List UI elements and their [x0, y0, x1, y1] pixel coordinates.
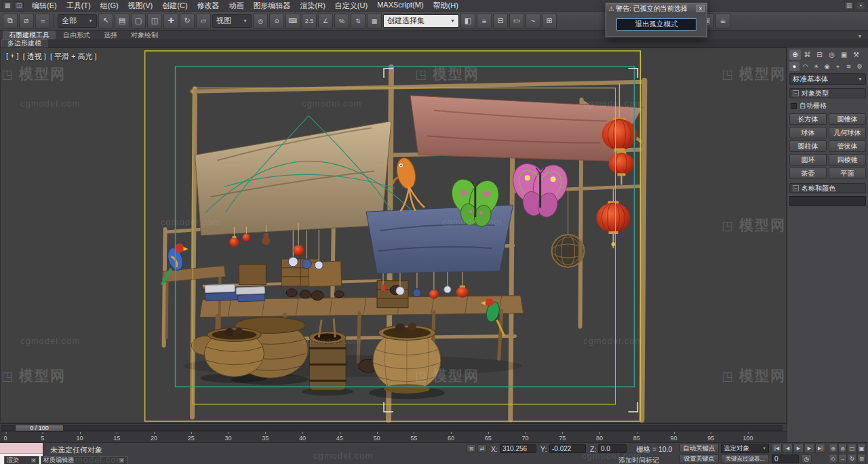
utilities-tab-icon[interactable]: ⚒ [850, 50, 862, 60]
menu-item[interactable]: 自定义(U) [330, 0, 372, 12]
object-name-input[interactable] [789, 196, 866, 206]
go-to-start-button[interactable]: |◀ [772, 444, 782, 453]
object-type-button[interactable]: 长方体 [789, 113, 827, 125]
align-icon[interactable]: ≡ [477, 14, 492, 28]
rectangular-region-icon[interactable]: ▢ [131, 14, 146, 28]
mirror-icon[interactable]: ◧ [460, 14, 475, 28]
object-type-button[interactable]: 球体 [789, 127, 827, 138]
set-key-button[interactable]: 设置关键点 [679, 455, 719, 463]
window-minimize-icon[interactable]: ▪ [856, 1, 865, 10]
name-color-rollout-header[interactable]: − 名称和颜色 [789, 183, 866, 193]
object-type-button[interactable]: 茶壶 [789, 168, 827, 179]
key-selection-dropdown[interactable]: 选定对象 ▼ [721, 444, 769, 453]
close-icon[interactable]: ✕ [119, 457, 125, 463]
menu-item[interactable]: 渲染(R) [296, 0, 330, 12]
viewport-menu-pov[interactable]: [ 透视 ] [23, 52, 46, 62]
object-type-button[interactable]: 圆锥体 [829, 113, 866, 125]
viewport-menu-shading[interactable]: [ 平滑 + 高光 ] [50, 52, 97, 62]
dialog-title-bar[interactable]: ⚠ 警告: 已孤立的当前选择 ✕ [606, 3, 707, 14]
object-type-button[interactable]: 管状体 [829, 140, 866, 152]
shapes-category-icon[interactable]: ◠ [800, 62, 810, 71]
tab-selection[interactable]: 选择 [98, 31, 123, 39]
current-frame-field[interactable]: 0 [772, 455, 799, 463]
selection-filter-dropdown[interactable]: 全部 ▼ [58, 14, 97, 28]
object-type-button[interactable]: 平面 [829, 168, 866, 179]
spinner-snap-icon[interactable]: ⇅ [351, 14, 366, 28]
reference-coordinate-dropdown[interactable]: 视图 ▼ [212, 14, 252, 28]
display-tab-icon[interactable]: ▣ [838, 50, 850, 60]
unlink-selection-icon[interactable]: ⧄ [19, 14, 34, 28]
listener-macro-line[interactable] [0, 443, 43, 454]
menu-item[interactable]: 帮助(H) [429, 0, 463, 12]
zoom-extents-icon[interactable]: ▢ [848, 444, 856, 453]
named-selection-sets-combo[interactable]: 创建选择集 ▼ [383, 14, 459, 28]
zoom-icon[interactable]: ⊕ [829, 444, 837, 453]
timeline-ruler[interactable]: 0510152025303540455055606570758085909510… [0, 431, 787, 442]
collapse-icon[interactable]: − [793, 90, 799, 96]
select-and-manipulate-icon[interactable]: ⊙ [269, 14, 284, 28]
percent-snap-icon[interactable]: % [334, 14, 349, 28]
workspace-icon[interactable]: ▥ [844, 1, 854, 10]
next-frame-button[interactable]: ▶ [804, 444, 814, 453]
systems-category-icon[interactable]: ⚙ [854, 62, 865, 71]
menu-item[interactable]: 组(G) [96, 0, 123, 12]
add-time-tag[interactable]: 添加时间标记 [618, 456, 659, 464]
zoom-extents-all-icon[interactable]: ▣ [857, 444, 866, 453]
cloth-rolls[interactable] [205, 284, 265, 303]
butterfly-kite-pink[interactable] [507, 158, 574, 219]
lights-category-icon[interactable]: ☀ [811, 62, 821, 71]
tab-freeform[interactable]: 自由形式 [57, 31, 96, 39]
maximize-viewport-icon[interactable]: ⊞ [857, 454, 866, 463]
snap-toggle-icon[interactable]: 2.5 [302, 14, 317, 28]
app-menu-icon[interactable]: ▦ [3, 1, 12, 10]
play-button[interactable]: ▶ [793, 444, 804, 453]
x-coordinate-field[interactable]: 310.256 [500, 444, 536, 453]
menu-item[interactable]: 编辑(E) [27, 0, 62, 12]
previous-frame-button[interactable]: ◀ [783, 444, 793, 453]
menu-item[interactable]: 图形编辑器 [249, 0, 296, 12]
menu-item[interactable]: MAXScript(M) [372, 0, 428, 12]
object-type-button[interactable]: 圆环 [789, 154, 827, 166]
scene-explorer-icon[interactable]: ◫ [14, 1, 24, 10]
menu-item[interactable]: 创建(C) [157, 0, 192, 12]
time-slider-track[interactable]: 0 / 100 [0, 423, 787, 431]
go-to-end-button[interactable]: ▶| [815, 444, 825, 453]
minimized-window-render[interactable]: 渲染 ✕ [4, 456, 39, 464]
hierarchy-tab-icon[interactable]: ⊟ [814, 50, 825, 60]
use-pivot-center-icon[interactable]: ◎ [253, 14, 268, 28]
named-sets-edit-icon[interactable]: ▦ [367, 14, 382, 28]
geometry-category-icon[interactable]: ● [789, 62, 800, 71]
select-and-move-icon[interactable]: ✚ [163, 14, 178, 28]
helpers-category-icon[interactable]: ⌖ [833, 62, 843, 71]
viewport-menu-general[interactable]: [ + ] [6, 52, 19, 62]
zoom-all-icon[interactable]: ⊛ [838, 444, 847, 453]
tab-polygon-modeling[interactable]: 多边形建模 [1, 39, 47, 47]
viewport-canvas[interactable] [1, 48, 786, 423]
menu-item[interactable]: 动画 [224, 0, 249, 12]
menu-item[interactable]: 修改器 [193, 0, 224, 12]
object-type-button[interactable]: 四棱锥 [829, 154, 866, 166]
close-icon[interactable]: ✕ [696, 5, 705, 12]
select-by-name-icon[interactable]: ▤ [115, 14, 130, 28]
create-tab-icon[interactable]: ⊕ [789, 50, 801, 60]
canopy-left[interactable] [195, 121, 392, 235]
time-configuration-button[interactable]: ◷ [802, 455, 812, 463]
minimized-window-material[interactable]: 材质编辑器 ✕ [41, 456, 127, 464]
motion-tab-icon[interactable]: ◎ [826, 50, 837, 60]
layer-manager-icon[interactable]: ⊟ [493, 14, 508, 28]
field-of-view-icon[interactable]: ◇ [829, 454, 837, 463]
curve-editor-icon[interactable]: ~ [526, 14, 540, 28]
close-icon[interactable]: ✕ [31, 457, 37, 463]
keyboard-override-icon[interactable]: ⌨ [285, 14, 300, 28]
subcategory-dropdown[interactable]: 标准基本体 ▼ [789, 73, 866, 85]
selection-lock-icon[interactable]: ⊠ [467, 444, 476, 453]
ribbon-toggle-icon[interactable]: ▭ [509, 14, 524, 28]
menu-item[interactable]: 工具(T) [62, 0, 96, 12]
object-type-button[interactable]: 圆柱体 [789, 140, 827, 152]
z-coordinate-field[interactable]: 0.0 [598, 444, 627, 453]
collapse-icon[interactable]: − [793, 185, 799, 191]
key-filters-button[interactable]: 关键点过滤器... [721, 455, 769, 463]
ribbon-minimize-icon[interactable]: ▾ [854, 33, 865, 39]
time-slider-handle[interactable]: 0 / 100 [15, 425, 64, 431]
select-and-rotate-icon[interactable]: ↻ [180, 14, 195, 28]
